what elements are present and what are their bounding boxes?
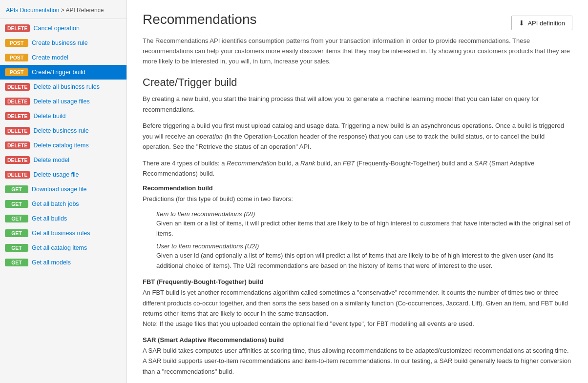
method-badge-get-all-batch-jobs: GET — [5, 200, 28, 208]
sidebar-item-delete-all-business-rules[interactable]: DELETEDelete all business rules — [0, 80, 126, 94]
fbt-title: FBT (Frequently-Bought-Together) build — [143, 278, 572, 285]
method-badge-cancel-operation: DELETE — [5, 24, 30, 32]
sidebar-label-delete-model: Delete model — [33, 157, 69, 163]
sidebar-label-create-business-rule: Create business rule — [32, 40, 88, 46]
method-badge-get-all-models: GET — [5, 259, 28, 266]
sidebar-label-get-all-builds: Get all builds — [32, 215, 67, 222]
method-badge-get-all-catalog-items: GET — [5, 244, 28, 252]
sidebar-label-download-usage-file: Download usage file — [32, 186, 87, 193]
sidebar-item-create-business-rule[interactable]: POSTCreate business rule — [0, 36, 126, 50]
recommendation-build-title: Recommendation build — [143, 184, 572, 192]
method-badge-delete-all-business-rules: DELETE — [5, 83, 30, 91]
para2: There are 4 types of builds: a Recommend… — [143, 158, 572, 179]
sidebar-label-delete-business-rule: Delete business rule — [33, 127, 88, 134]
api-definition-button[interactable]: ⬇ API definition — [511, 16, 572, 30]
para1: Before triggering a build you first must… — [143, 121, 572, 152]
fbt-build-section: FBT (Frequently-Bought-Together) build A… — [143, 278, 572, 329]
sar-build-section: SAR (Smart Adaptive Recommendations) bui… — [143, 336, 572, 377]
sidebar-label-get-all-models: Get all models — [32, 259, 71, 266]
sidebar-label-delete-catalog-items: Delete catalog items — [33, 142, 88, 149]
sar-desc: A SAR build takes computes user affiniti… — [143, 345, 572, 377]
u2i-title: User to Item recommendations (U2I) — [156, 242, 572, 250]
method-badge-create-business-rule: POST — [5, 39, 28, 47]
sidebar-label-delete-build: Delete build — [33, 113, 65, 120]
sidebar-item-get-all-catalog-items[interactable]: GETGet all catalog items — [0, 241, 126, 255]
page-header: Recommendations ⬇ API definition — [143, 12, 572, 30]
u2i-desc: Given a user id (and optionally a list o… — [156, 251, 572, 271]
sidebar-label-get-all-business-rules: Get all business rules — [32, 230, 90, 237]
sidebar-label-delete-all-usage-files: Delete all usage files — [33, 98, 89, 105]
section-intro: By creating a new build, you start the t… — [143, 94, 572, 115]
api-def-label: API definition — [527, 20, 565, 27]
sidebar-item-create-trigger-build[interactable]: POSTCreate/Trigger build — [0, 65, 126, 80]
sidebar-item-delete-build[interactable]: DELETEDelete build — [0, 109, 126, 123]
sidebar-label-get-all-catalog-items: Get all catalog items — [32, 244, 87, 251]
method-badge-delete-catalog-items: DELETE — [5, 141, 30, 149]
method-badge-create-model: POST — [5, 54, 28, 61]
sidebar-item-download-usage-file[interactable]: GETDownload usage file — [0, 182, 126, 197]
sidebar: APIs Documentation > API Reference DELET… — [0, 0, 127, 383]
method-badge-get-all-builds: GET — [5, 215, 28, 222]
method-badge-create-trigger-build: POST — [5, 68, 28, 76]
method-badge-get-all-business-rules: GET — [5, 229, 28, 237]
sidebar-item-delete-model[interactable]: DELETEDelete model — [0, 153, 126, 167]
fbt-desc: An FBT build is yet another recommendati… — [143, 287, 572, 329]
main-content: Recommendations ⬇ API definition The Rec… — [127, 0, 588, 383]
sidebar-label-get-all-batch-jobs: Get all batch jobs — [32, 201, 79, 207]
sidebar-item-delete-all-usage-files[interactable]: DELETEDelete all usage files — [0, 94, 126, 109]
method-badge-delete-business-rule: DELETE — [5, 127, 30, 135]
sidebar-label-create-model: Create model — [32, 54, 68, 61]
sar-title: SAR (Smart Adaptive Recommendations) bui… — [143, 336, 572, 343]
method-badge-delete-build: DELETE — [5, 112, 30, 120]
sidebar-label-delete-usage-file: Delete usage file — [33, 171, 79, 178]
breadcrumb-apis-doc[interactable]: APIs Documentation — [6, 7, 59, 14]
intro-text: The Recommendations API identifies consu… — [143, 36, 572, 66]
method-badge-delete-model: DELETE — [5, 156, 30, 164]
sidebar-item-get-all-builds[interactable]: GETGet all builds — [0, 211, 126, 226]
u2i-item: User to Item recommendations (U2I) Given… — [156, 242, 572, 271]
sidebar-item-get-all-batch-jobs[interactable]: GETGet all batch jobs — [0, 197, 126, 211]
recommendation-build-section: Recommendation build Predictions (for th… — [143, 184, 572, 271]
page-title: Recommendations — [143, 12, 256, 27]
sidebar-item-delete-business-rule[interactable]: DELETEDelete business rule — [0, 123, 126, 138]
sidebar-label-create-trigger-build: Create/Trigger build — [32, 69, 85, 76]
sidebar-item-create-model[interactable]: POSTCreate model — [0, 50, 126, 65]
method-badge-delete-all-usage-files: DELETE — [5, 98, 30, 105]
breadcrumb: APIs Documentation > API Reference — [0, 0, 126, 19]
sidebar-item-get-all-business-rules[interactable]: GETGet all business rules — [0, 226, 126, 241]
sidebar-item-get-all-models[interactable]: GETGet all models — [0, 255, 126, 270]
download-icon: ⬇ — [519, 19, 525, 27]
sidebar-items-container: DELETECancel operationPOSTCreate busines… — [0, 21, 126, 270]
sidebar-item-delete-usage-file[interactable]: DELETEDelete usage file — [0, 167, 126, 182]
i2i-item: Item to Item recommendations (I2I) Given… — [156, 210, 572, 239]
method-badge-download-usage-file: GET — [5, 185, 28, 193]
sidebar-label-delete-all-business-rules: Delete all business rules — [33, 83, 100, 90]
i2i-title: Item to Item recommendations (I2I) — [156, 210, 572, 218]
i2i-desc: Given an item or a list of items, it wil… — [156, 219, 572, 239]
method-badge-delete-usage-file: DELETE — [5, 171, 30, 179]
sidebar-label-cancel-operation: Cancel operation — [33, 25, 80, 32]
recommendation-build-desc: Predictions (for this type of build) com… — [143, 194, 572, 204]
section-title: Create/Trigger build — [143, 76, 572, 89]
sidebar-item-delete-catalog-items[interactable]: DELETEDelete catalog items — [0, 138, 126, 153]
sidebar-item-cancel-operation[interactable]: DELETECancel operation — [0, 21, 126, 36]
